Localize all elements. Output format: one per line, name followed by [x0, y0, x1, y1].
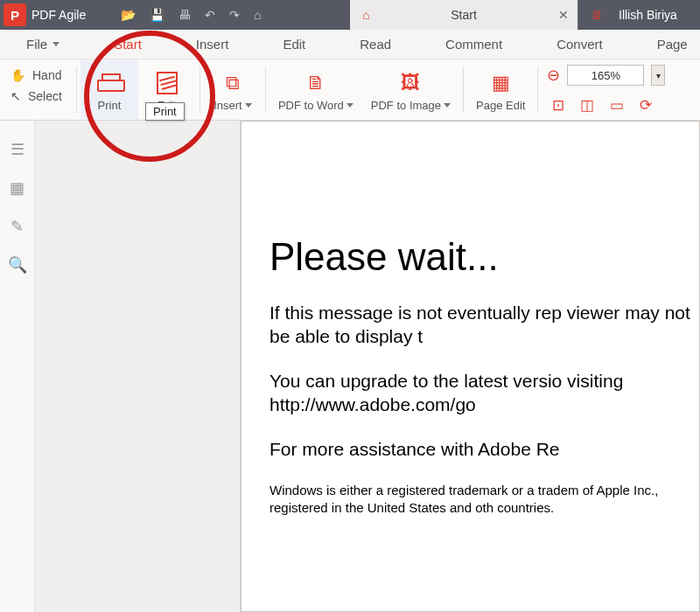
separator — [265, 66, 266, 113]
redo-icon[interactable]: ↷ — [229, 8, 240, 22]
doc-paragraph-4: Windows is either a registered trademark… — [270, 482, 699, 516]
pdf-to-word-button[interactable]: 🗎 PDF to Word — [270, 59, 362, 120]
menu-edit[interactable]: Edit — [274, 30, 314, 59]
workspace: ☰ ▦ ✎ 🔍 Please wait... If this message i… — [0, 121, 700, 612]
title-bar: P PDF Agile 📂 💾 🖶 ↶ ↷ ⌂ ⌂ Start ✕ 🗎 Illi… — [0, 0, 700, 30]
pdf-to-image-button[interactable]: 🖼 PDF to Image — [362, 59, 459, 120]
tab-document-label: Illish Biriya — [619, 8, 677, 22]
zoom-value[interactable]: 165% — [567, 65, 644, 86]
separator — [76, 66, 77, 113]
close-tab-icon[interactable]: ✕ — [558, 8, 569, 22]
separator — [537, 66, 538, 113]
page-gutter — [35, 121, 241, 612]
annotations-icon[interactable]: ✎ — [10, 217, 24, 236]
menu-comment[interactable]: Comment — [437, 30, 511, 59]
print-button[interactable]: Print — [80, 59, 138, 120]
fit-width-icon[interactable]: ▭ — [610, 96, 624, 115]
home-tab-icon: ⌂ — [362, 8, 369, 22]
save-icon[interactable]: 💾 — [150, 8, 164, 22]
rotate-icon[interactable]: ⟳ — [640, 96, 652, 115]
outline-icon[interactable]: ☰ — [10, 140, 24, 159]
zoom-group: ⊖ 165% ▾ ⊡ ◫ ▭ ⟳ — [542, 59, 670, 120]
doc-paragraph-2: You can upgrade to the latest versio vis… — [270, 370, 699, 417]
word-icon: 🗎 — [306, 70, 326, 96]
quick-access-toolbar: 📂 💾 🖶 ↶ ↷ ⌂ — [121, 8, 261, 22]
menu-read[interactable]: Read — [351, 30, 400, 59]
home-icon[interactable]: ⌂ — [254, 8, 261, 22]
tab-start-label: Start — [451, 8, 477, 22]
ribbon-tabs: File Start Insert Edit Read Comment Conv… — [0, 30, 700, 59]
app-logo: P — [4, 3, 26, 26]
print-icon[interactable]: 🖶 — [178, 8, 191, 22]
hand-tool[interactable]: ✋ Hand — [10, 68, 62, 82]
grid-icon: ▦ — [492, 70, 510, 96]
fit-page-icon[interactable]: ◫ — [580, 96, 594, 115]
menu-insert[interactable]: Insert — [187, 30, 238, 59]
image-icon: 🖼 — [401, 70, 420, 96]
insert-button[interactable]: ⧉ Insert — [204, 59, 262, 120]
document-tabs: ⌂ Start ✕ 🗎 Illish Biriya — [350, 0, 700, 30]
hand-icon: ✋ — [10, 68, 25, 82]
chevron-down-icon — [346, 103, 354, 108]
doc-paragraph-3: For more assistance with Adobe Re — [270, 438, 699, 462]
tab-document[interactable]: 🗎 Illish Biriya — [578, 0, 700, 30]
doc-paragraph-1: If this message is not eventually rep vi… — [270, 302, 699, 349]
chevron-down-icon — [444, 103, 451, 108]
open-icon[interactable]: 📂 — [121, 8, 136, 22]
chevron-down-icon — [52, 42, 60, 46]
menu-convert[interactable]: Convert — [548, 30, 612, 59]
insert-label: Insert — [214, 99, 252, 112]
printer-icon — [97, 70, 122, 96]
chevron-down-icon — [245, 103, 252, 108]
app-title: PDF Agile — [32, 8, 86, 22]
print-tooltip: Print — [145, 102, 185, 121]
edit-doc-icon — [157, 70, 178, 96]
actual-size-icon[interactable]: ⊡ — [552, 96, 564, 115]
undo-icon[interactable]: ↶ — [205, 8, 215, 22]
page-edit-button[interactable]: ▦ Page Edit — [467, 59, 534, 120]
selection-tools: ✋ Hand ↖ Select — [0, 59, 73, 120]
cursor-icon: ↖ — [10, 89, 21, 103]
insert-icon: ⧉ — [226, 70, 240, 96]
thumbnails-icon[interactable]: ▦ — [10, 178, 24, 198]
menu-file-label: File — [26, 37, 47, 52]
print-label: Print — [98, 99, 122, 112]
menu-start[interactable]: Start — [105, 30, 150, 59]
page-edit-label: Page Edit — [476, 99, 525, 112]
hand-label: Hand — [32, 68, 61, 82]
doc-heading: Please wait... — [270, 235, 699, 279]
menu-page[interactable]: Page — [648, 30, 696, 59]
select-label: Select — [28, 89, 62, 103]
search-icon[interactable]: 🔍 — [8, 255, 27, 275]
zoom-dropdown[interactable]: ▾ — [651, 65, 665, 86]
side-panel: ☰ ▦ ✎ 🔍 — [0, 121, 35, 612]
menu-file[interactable]: File — [18, 30, 68, 59]
zoom-out-icon[interactable]: ⊖ — [547, 66, 560, 85]
separator — [200, 66, 200, 113]
document-page[interactable]: Please wait... If this message is not ev… — [241, 121, 700, 612]
file-tab-icon: 🗎 — [591, 8, 603, 22]
pdf-to-word-label: PDF to Word — [278, 99, 354, 112]
select-tool[interactable]: ↖ Select — [10, 89, 62, 103]
pdf-to-image-label: PDF to Image — [371, 99, 451, 112]
ribbon: ✋ Hand ↖ Select Print Edit ⧉ Insert 🗎 PD… — [0, 59, 700, 121]
tab-start[interactable]: ⌂ Start ✕ — [350, 0, 578, 30]
separator — [463, 66, 464, 113]
